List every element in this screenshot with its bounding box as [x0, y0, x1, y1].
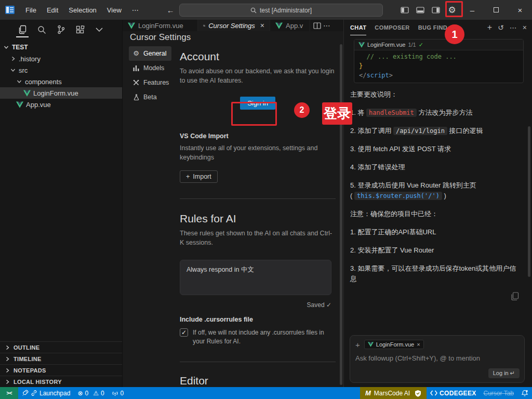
editor-tabbar: LoginForm.vue Cursor Settings × App.v ⋯: [123, 20, 343, 31]
cursorrules-checkbox[interactable]: ✓: [180, 328, 188, 337]
extensions-icon[interactable]: [74, 23, 86, 36]
editor-more-icon[interactable]: ⋯: [323, 21, 330, 30]
chat-message: 5. 登录成功后使用 Vue Router 跳转到主页( this.$route…: [350, 180, 523, 201]
split-editor-icon[interactable]: [313, 22, 321, 29]
settings-page-title: Cursor Settings: [123, 31, 343, 44]
cursor-tab-item[interactable]: Cursor Tab: [480, 387, 517, 399]
chat-history-icon[interactable]: ↺: [498, 23, 504, 32]
annotation-step-1: 1: [445, 24, 464, 44]
panel-local-history[interactable]: LOCAL HISTORY: [0, 376, 122, 387]
link-icon: [31, 390, 37, 396]
tab-label: Cursor Settings: [208, 22, 255, 30]
chat-message: 注意：确保您的项目中已经：: [350, 209, 523, 219]
tab-close-icon[interactable]: ×: [260, 21, 264, 30]
launchpad-item[interactable]: Launchpad: [18, 387, 74, 399]
chevron-down-icon: [16, 78, 22, 85]
copy-icon[interactable]: [511, 292, 519, 301]
menu-selection[interactable]: Selection: [63, 3, 101, 17]
panel-timeline[interactable]: TIMELINE: [0, 353, 122, 364]
tree-item-label: App.vue: [26, 101, 51, 109]
chat-input-box[interactable]: + LoginForm.vue × Ask followup (Ctrl+Shi…: [350, 335, 525, 383]
tree-item-components[interactable]: components: [0, 76, 122, 87]
remote-indicator[interactable]: ><: [0, 387, 18, 399]
panel-notepads[interactable]: NOTEPADS: [0, 364, 122, 376]
toggle-panel-icon[interactable]: [413, 3, 428, 17]
chat-login-button[interactable]: Log in ↵: [488, 368, 520, 378]
settings-nav-features[interactable]: Features: [129, 75, 171, 90]
marscode-logo-icon: M: [365, 389, 371, 397]
notifications-item[interactable]: [517, 387, 532, 399]
chat-messages: 主要更改说明： 1. 将 handleSubmit 方法改为异步方法 2. 添加…: [344, 83, 532, 301]
chat-more-icon[interactable]: ⋯: [510, 23, 517, 32]
add-context-icon[interactable]: +: [355, 340, 360, 349]
shield-icon[interactable]: [415, 390, 421, 397]
launchpad-label: Launchpad: [39, 390, 70, 397]
annotation-box-signin: [231, 102, 277, 126]
annotation-box-gear: [445, 1, 463, 17]
cursor-tab-label: Cursor Tab: [484, 390, 514, 397]
chat-message: 2. 安装并配置了 Vue Router: [350, 245, 523, 256]
chat-close-icon[interactable]: ×: [523, 23, 527, 32]
settings-nav-general[interactable]: ⚙ General: [129, 46, 171, 61]
search-view-icon[interactable]: [36, 23, 47, 36]
import-button-label: Import: [193, 173, 211, 180]
menu-edit[interactable]: Edit: [42, 3, 63, 17]
rules-saved-status: Saved ✓: [180, 301, 331, 309]
chat-tab-bugfinder[interactable]: BUG FIND: [418, 20, 447, 35]
new-chat-icon[interactable]: +: [487, 23, 492, 32]
rules-textarea[interactable]: Always respond in 中文: [180, 260, 331, 295]
chip-close-icon[interactable]: ×: [417, 341, 420, 348]
annotation-login-label: 登录: [322, 102, 352, 125]
toggle-secondary-sidebar-icon[interactable]: [428, 3, 444, 17]
tree-item-label: components: [25, 78, 62, 86]
ports-count: 0: [121, 390, 124, 397]
code-brackets-icon: [430, 390, 437, 396]
tab-loginform[interactable]: LoginForm.vue: [123, 20, 198, 31]
menu-file[interactable]: File: [20, 3, 42, 17]
tree-root-test[interactable]: TEST: [0, 42, 122, 53]
chat-tab-composer[interactable]: COMPOSER: [375, 20, 409, 35]
vue-file-icon: [368, 342, 374, 347]
tree-item-loginform[interactable]: LoginForm.vue: [0, 87, 122, 99]
activity-bar: [0, 20, 122, 39]
panel-label: TIMELINE: [14, 356, 42, 362]
settings-nav-models[interactable]: Models: [129, 61, 171, 75]
menu-more-icon[interactable]: ⋯: [127, 6, 144, 14]
app-window: File Edit Selection View ⋯ ← → test [Adm…: [0, 0, 532, 399]
marscode-item[interactable]: M MarsCode AI: [360, 387, 427, 399]
ports-item[interactable]: 0: [108, 387, 128, 399]
panel-outline[interactable]: OUTLINE: [0, 341, 122, 353]
explorer-icon[interactable]: [17, 23, 28, 36]
chat-tab-chat[interactable]: CHAT: [350, 20, 366, 35]
tree-item-src[interactable]: src: [0, 64, 122, 76]
flask-icon: [132, 94, 140, 100]
import-button[interactable]: + Import: [180, 170, 218, 183]
chat-scrollbar[interactable]: [528, 126, 530, 277]
settings-nav-beta[interactable]: Beta: [129, 90, 171, 104]
window-minimize-button[interactable]: –: [460, 0, 484, 20]
toggle-sidebar-icon[interactable]: [397, 3, 413, 17]
source-control-icon[interactable]: [55, 23, 66, 36]
tab-cursor-settings[interactable]: Cursor Settings ×: [198, 20, 270, 31]
activity-more-icon[interactable]: [94, 23, 105, 36]
error-count: 0: [85, 390, 88, 397]
tab-appvue[interactable]: App.v: [270, 20, 310, 31]
tree-root-label: TEST: [12, 44, 28, 51]
codegeex-item[interactable]: CODEGEEX: [427, 387, 480, 399]
menu-view[interactable]: View: [102, 3, 127, 17]
command-search-box[interactable]: test [Administrator]: [179, 4, 383, 17]
settings-scrollbar[interactable]: [340, 44, 342, 385]
gear-icon: ⚙: [132, 49, 140, 57]
chat-message: 主要更改说明：: [350, 89, 523, 100]
window-maximize-button[interactable]: [484, 0, 508, 20]
vscode-import-heading: VS Code Import: [180, 132, 336, 140]
chevron-right-icon: [4, 356, 10, 362]
context-chip-loginform[interactable]: LoginForm.vue ×: [364, 340, 424, 349]
tree-item-appvue[interactable]: App.vue: [0, 99, 122, 110]
window-close-button[interactable]: ×: [508, 0, 532, 20]
nav-back-icon[interactable]: ←: [167, 6, 175, 15]
tree-item-history[interactable]: .history: [0, 53, 122, 64]
problems-item[interactable]: ⊗ 0 ⚠ 0: [74, 387, 108, 399]
marscode-label: MarsCode AI: [374, 390, 410, 397]
chat-input-placeholder: Ask followup (Ctrl+Shift+Y), @ to mentio…: [355, 354, 519, 362]
